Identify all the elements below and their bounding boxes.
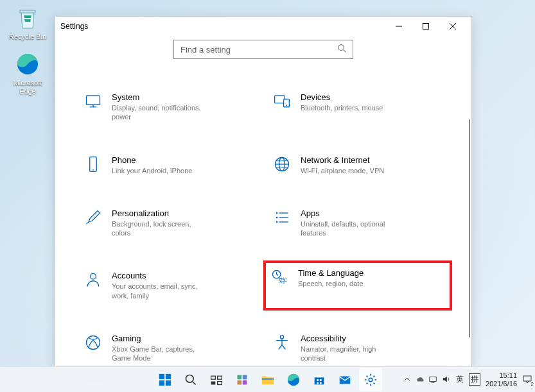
svg-point-25: [276, 221, 278, 223]
category-phone[interactable]: PhoneLink your Android, iPhone: [81, 153, 257, 178]
settings-window: Settings SystemDisplay, sound, notificat…: [55, 16, 472, 369]
svg-line-7: [344, 50, 346, 53]
svg-rect-54: [317, 379, 319, 381]
ime-language[interactable]: 英: [456, 374, 464, 385]
svg-rect-46: [211, 381, 215, 384]
category-title: Gaming: [112, 334, 254, 343]
svg-point-21: [276, 212, 278, 214]
svg-rect-52: [261, 378, 273, 380]
svg-line-43: [192, 381, 195, 384]
svg-rect-3: [423, 24, 429, 30]
svg-point-27: [91, 274, 96, 280]
taskbar-app-store[interactable]: [308, 368, 331, 391]
svg-rect-8: [87, 96, 100, 105]
search-icon: [337, 44, 346, 55]
svg-rect-48: [237, 375, 241, 379]
category-network-internet[interactable]: Network & InternetWi-Fi, airplane mode, …: [270, 153, 446, 178]
taskbar-app-mail[interactable]: [333, 368, 356, 391]
taskbar-app-explorer[interactable]: [256, 368, 279, 391]
monitor-icon: [83, 92, 103, 112]
svg-point-32: [87, 336, 100, 350]
tray-onedrive-icon[interactable]: [415, 375, 424, 385]
svg-rect-0: [20, 10, 35, 13]
desktop-icon-edge[interactable]: Microsoft Edge: [5, 51, 50, 96]
tray-network-icon[interactable]: [428, 375, 437, 385]
xbox-icon: [83, 334, 103, 353]
category-devices[interactable]: DevicesBluetooth, printers, mouse: [270, 90, 446, 124]
svg-point-15: [92, 169, 94, 170]
svg-line-30: [277, 275, 279, 276]
close-button[interactable]: [439, 17, 466, 36]
phone-icon: [83, 155, 103, 175]
devices-icon: [272, 92, 292, 112]
search-button[interactable]: [179, 368, 202, 391]
ime-mode[interactable]: 拼: [469, 373, 480, 386]
taskbar-clock[interactable]: 15:11 2021/6/16: [486, 371, 517, 388]
task-view-button[interactable]: [205, 368, 228, 391]
minimize-button[interactable]: [385, 17, 412, 36]
edge-icon: [15, 51, 40, 77]
recycle-bin-icon: [15, 5, 40, 31]
titlebar[interactable]: Settings: [55, 17, 471, 36]
category-description: Link your Android, iPhone: [112, 166, 208, 175]
category-apps[interactable]: AppsUninstall, defaults, optional featur…: [270, 206, 446, 241]
category-gaming[interactable]: GamingXbox Game Bar, captures, Game Mode: [81, 331, 257, 366]
taskbar-app-settings[interactable]: [359, 368, 382, 391]
svg-rect-40: [159, 380, 164, 385]
category-accessibility[interactable]: AccessibilityNarrator, magnifier, high c…: [270, 331, 446, 366]
svg-rect-49: [242, 375, 247, 379]
desktop-icon-label: Microsoft Edge: [5, 79, 50, 96]
apps-icon: [272, 209, 292, 228]
svg-rect-56: [317, 382, 319, 384]
svg-point-59: [369, 378, 373, 382]
timelang-icon: 字: [270, 268, 289, 287]
svg-line-36: [279, 345, 282, 350]
desktop-icon-label: Recycle Bin: [5, 33, 50, 41]
category-description: Your accounts, email, sync, work, family: [112, 282, 208, 300]
svg-rect-39: [165, 373, 170, 379]
category-title: Apps: [301, 209, 443, 218]
taskbar: 英 拼 15:11 2021/6/16 2: [0, 366, 535, 392]
search-input[interactable]: [180, 45, 337, 55]
category-title: Personalization: [112, 209, 254, 218]
svg-rect-50: [237, 380, 241, 384]
maximize-button[interactable]: [412, 17, 439, 36]
category-system[interactable]: SystemDisplay, sound, notifications, pow…: [81, 90, 257, 124]
category-description: Display, sound, notifications, power: [112, 103, 208, 122]
svg-point-6: [338, 45, 344, 51]
category-title: Devices: [301, 92, 443, 102]
category-accounts[interactable]: AccountsYour accounts, email, sync, work…: [81, 268, 257, 303]
tray-chevron-up-icon[interactable]: [404, 376, 410, 384]
desktop-icon-recycle-bin[interactable]: Recycle Bin: [5, 5, 50, 41]
category-title: Time & Language: [298, 268, 446, 278]
svg-rect-51: [242, 380, 247, 384]
scrollbar[interactable]: [469, 119, 470, 337]
svg-rect-55: [319, 379, 321, 381]
category-description: Speech, region, date: [298, 279, 394, 288]
category-personalization[interactable]: PersonalizationBackground, lock screen, …: [81, 206, 257, 241]
notification-center-icon[interactable]: 2: [522, 374, 532, 386]
category-title: Accounts: [112, 271, 254, 280]
svg-point-23: [276, 217, 278, 219]
tray-volume-icon[interactable]: [442, 375, 451, 385]
category-description: Narrator, magnifier, high contrast: [301, 345, 397, 363]
taskbar-time: 15:11: [486, 371, 517, 380]
category-title: Network & Internet: [301, 155, 443, 165]
taskbar-app-edge[interactable]: [282, 368, 305, 391]
search-box[interactable]: [173, 40, 353, 59]
svg-rect-41: [165, 380, 170, 385]
category-title: Phone: [112, 155, 254, 165]
category-time-language[interactable]: 字Time & LanguageSpeech, region, date: [263, 260, 452, 311]
taskbar-date: 2021/6/16: [486, 380, 517, 388]
widgets-button[interactable]: [231, 368, 254, 391]
globe-icon: [272, 155, 292, 175]
svg-rect-45: [217, 376, 222, 379]
category-title: Accessibility: [301, 334, 443, 343]
start-button[interactable]: [153, 368, 177, 391]
brush-icon: [83, 209, 103, 228]
svg-point-42: [186, 375, 193, 382]
notification-badge: 2: [530, 381, 535, 387]
svg-rect-62: [523, 376, 531, 381]
svg-text:字: 字: [281, 277, 287, 284]
category-description: Background, lock screen, colors: [112, 219, 208, 238]
